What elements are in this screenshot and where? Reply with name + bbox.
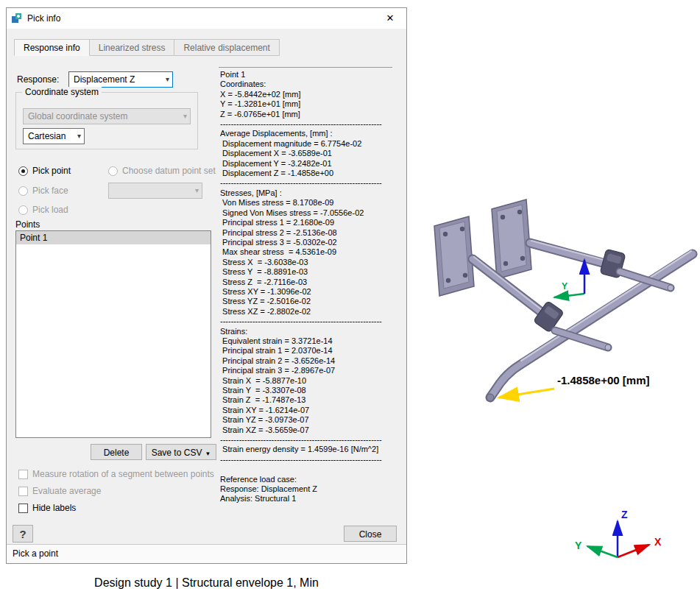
pick-info-icon <box>11 13 23 24</box>
coordinate-type-value: Cartesian <box>28 131 66 141</box>
response-label: Response: <box>17 74 59 85</box>
coordinate-system-value: Global coordinate system <box>28 111 127 121</box>
choose-datum-label: Choose datum point set <box>122 166 216 176</box>
tab-linearized-stress[interactable]: Linearized stress <box>89 39 175 56</box>
orientation-triad: Z X Y <box>575 509 662 557</box>
chevron-down-icon: ▾ <box>195 183 199 198</box>
pick-face-label: Pick face <box>32 186 68 196</box>
chevron-down-icon: ▾ <box>77 129 81 144</box>
hide-labels-label: Hide labels <box>32 503 76 513</box>
evaluate-average-checkbox: Evaluate average <box>18 486 101 496</box>
radio-dot <box>18 205 28 215</box>
bracket-plate-left <box>434 216 474 296</box>
hide-labels-checkbox[interactable]: Hide labels <box>18 503 76 513</box>
points-list[interactable]: Point 1 <box>15 230 211 438</box>
pick-point-radio[interactable]: Pick point <box>18 166 71 176</box>
points-label: Points <box>15 219 40 230</box>
save-to-csv-button[interactable]: Save to CSV▼ <box>146 444 216 460</box>
radio-dot <box>18 186 28 196</box>
bracket-plate-right <box>492 199 531 279</box>
annotation-leader-arrow <box>499 389 554 398</box>
close-button[interactable]: Close <box>344 526 397 542</box>
design-study-caption: Design study 1 | Structural envelope 1, … <box>6 576 407 590</box>
save-to-csv-label: Save to CSV <box>152 448 202 458</box>
help-button[interactable]: ? <box>13 525 33 543</box>
choose-datum-radio: Choose datum point set <box>108 166 216 176</box>
radio-dot <box>108 166 118 176</box>
list-item[interactable]: Point 1 <box>16 231 211 244</box>
menu-arrow-icon: ▼ <box>205 451 211 457</box>
status-bar: Pick a point <box>7 544 406 563</box>
pick-load-radio: Pick load <box>18 205 68 215</box>
cad-model[interactable] <box>434 199 693 401</box>
annotation-value-label: -1.4858e+00 [mm] <box>557 374 650 386</box>
coordinate-system-select: Global coordinate system ▾ <box>23 108 191 124</box>
measure-rotation-label: Measure rotation of a segment between po… <box>32 469 214 479</box>
checkbox-box <box>18 504 28 513</box>
probe-triad: Y <box>554 260 584 297</box>
support-arm-right <box>530 241 605 264</box>
checkbox-box <box>18 470 28 479</box>
chevron-down-icon: ▾ <box>166 72 169 87</box>
triad-x-label: X <box>654 536 662 548</box>
response-selected-value: Displacement Z <box>74 74 135 85</box>
coordinate-type-select[interactable]: Cartesian ▾ <box>23 128 85 144</box>
measure-rotation-checkbox: Measure rotation of a segment between po… <box>18 469 214 479</box>
results-text: Point 1 Coordinates: X = -5.8442e+02 [mm… <box>220 70 404 516</box>
response-select[interactable]: Displacement Z ▾ <box>68 71 173 88</box>
pick-info-dialog: Pick info ✕ Response info Linearized str… <box>6 7 407 564</box>
radio-dot <box>18 166 28 176</box>
pick-face-radio: Pick face <box>18 186 68 196</box>
evaluate-average-label: Evaluate average <box>32 486 101 496</box>
pick-point-label: Pick point <box>32 166 71 176</box>
screenshot-root: Y -1.4858e+00 [mm] Z X Y <box>0 0 700 597</box>
tab-strip: Response info Linearized stress Relative… <box>14 39 280 56</box>
delete-button[interactable]: Delete <box>91 444 142 460</box>
chevron-down-icon: ▾ <box>183 109 187 124</box>
pick-load-label: Pick load <box>32 205 68 215</box>
datum-point-set-select: ▾ <box>108 183 202 199</box>
tab-relative-displacement[interactable]: Relative displacement <box>174 39 279 56</box>
probe-annotation: -1.4858e+00 [mm] <box>499 374 650 398</box>
checkbox-box <box>18 487 28 496</box>
close-icon[interactable]: ✕ <box>378 8 402 29</box>
dialog-title: Pick info <box>27 13 60 24</box>
coordinate-system-group-label: Coordinate system <box>22 87 102 97</box>
probe-axis-y-label: Y <box>562 281 568 292</box>
triad-y-label: Y <box>575 540 582 551</box>
tab-response-info[interactable]: Response info <box>14 39 90 56</box>
results-divider <box>219 67 392 68</box>
dialog-titlebar[interactable]: Pick info ✕ <box>7 8 406 29</box>
triad-z-label: Z <box>621 509 628 520</box>
